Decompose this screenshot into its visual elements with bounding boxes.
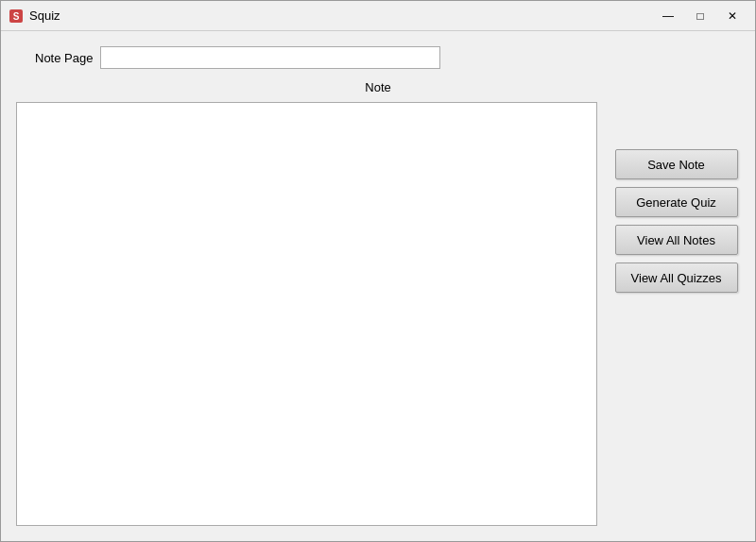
generate-quiz-button[interactable]: Generate Quiz [615, 187, 738, 217]
minimize-button[interactable]: — [653, 5, 683, 27]
note-page-label: Note Page [35, 51, 93, 65]
sidebar-buttons: Save Note Generate Quiz View All Notes V… [612, 102, 740, 526]
view-all-notes-button[interactable]: View All Notes [615, 225, 738, 255]
app-window: S Squiz — □ ✕ Note Page Note Save Note G… [0, 0, 756, 542]
maximize-button[interactable]: □ [685, 5, 715, 27]
main-area: Save Note Generate Quiz View All Notes V… [16, 102, 740, 526]
note-page-row: Note Page [16, 46, 740, 69]
app-icon: S [9, 8, 24, 24]
main-content: Note Page Note Save Note Generate Quiz V… [1, 31, 755, 541]
title-bar: S Squiz — □ ✕ [1, 1, 755, 31]
app-title: Squiz [29, 8, 653, 23]
note-textarea[interactable] [16, 102, 597, 526]
note-section-label: Note [16, 80, 740, 94]
close-button[interactable]: ✕ [717, 5, 747, 27]
window-controls: — □ ✕ [653, 5, 747, 27]
save-note-button[interactable]: Save Note [615, 149, 738, 179]
note-page-input[interactable] [100, 46, 440, 69]
view-all-quizzes-button[interactable]: View All Quizzes [615, 263, 738, 293]
svg-text:S: S [13, 11, 20, 22]
